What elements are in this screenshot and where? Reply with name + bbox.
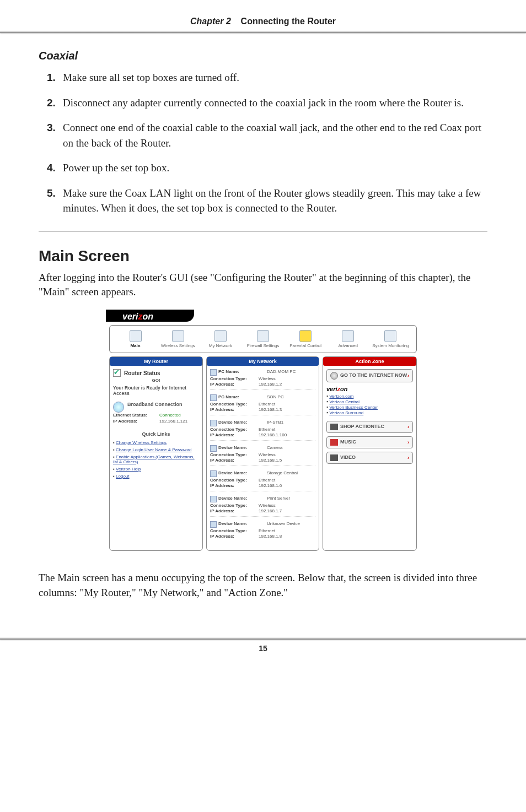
wireless-icon bbox=[172, 330, 184, 342]
device-conn-type: Ethernet bbox=[259, 402, 315, 407]
nav-advanced[interactable]: Advanced bbox=[327, 329, 369, 349]
device-icon bbox=[210, 521, 217, 528]
device-entry: PC Name:SON PCConnection Type:EthernetIP… bbox=[210, 394, 315, 415]
device-icon bbox=[210, 470, 217, 477]
device-name: DAD-MOM PC bbox=[267, 369, 315, 376]
top-nav: Main Wireless Settings My Network Firewa… bbox=[109, 325, 417, 353]
chapter-title: Connecting the Router bbox=[241, 17, 336, 26]
my-router-header: My Router bbox=[110, 357, 202, 366]
nav-monitoring[interactable]: System Monitoring bbox=[369, 329, 412, 349]
coaxial-steps: Make sure all set top boxes are turned o… bbox=[39, 70, 487, 216]
chevron-right-icon: › bbox=[407, 440, 409, 445]
nav-firewall[interactable]: Firewall Settings bbox=[241, 329, 284, 349]
device-conn-type: Ethernet bbox=[259, 427, 315, 432]
device-ip: 192.168.1.8 bbox=[259, 534, 315, 539]
ready-text: Your Router is Ready for Internet Access bbox=[113, 385, 199, 396]
quick-links-heading: Quick Links bbox=[113, 431, 199, 437]
chevron-right-icon: › bbox=[407, 373, 409, 378]
firewall-icon bbox=[257, 330, 269, 342]
device-name: Print Server bbox=[267, 496, 315, 502]
my-network-header: My Network bbox=[207, 357, 319, 366]
ql-login[interactable]: Change Login User Name & Password bbox=[113, 447, 199, 452]
router-main-screenshot: verizon Main Wireless Settings My Networ… bbox=[106, 310, 420, 554]
step-4: Power up the set top box. bbox=[58, 160, 487, 176]
device-name: SON PC bbox=[267, 394, 315, 401]
section-divider bbox=[39, 231, 487, 232]
page-number: 15 bbox=[0, 640, 526, 669]
device-ip: 192.168.1.5 bbox=[259, 458, 315, 463]
action-zone-header: Action Zone bbox=[323, 357, 416, 366]
verizon-logo: verizon bbox=[106, 310, 194, 322]
chevron-right-icon: › bbox=[407, 424, 409, 430]
vz-link-com[interactable]: Verizon.com bbox=[326, 393, 413, 399]
device-icon bbox=[210, 496, 217, 502]
device-conn-type: Ethernet bbox=[259, 478, 315, 483]
coaxial-heading: Coaxial bbox=[39, 50, 487, 62]
check-icon bbox=[113, 369, 121, 377]
nav-main[interactable]: Main bbox=[114, 329, 157, 349]
device-icon bbox=[210, 420, 217, 426]
device-entry: PC Name:DAD-MOM PCConnection Type:Wirele… bbox=[210, 369, 315, 390]
my-network-column: My Network PC Name:DAD-MOM PCConnection … bbox=[206, 356, 319, 551]
router-status-label: Router Status bbox=[124, 370, 160, 376]
device-entry: Device Name:IP-STB1Connection Type:Ether… bbox=[210, 420, 315, 441]
ql-wireless[interactable]: Change Wireless Settings bbox=[113, 440, 199, 445]
lock-icon bbox=[299, 330, 312, 342]
globe-icon bbox=[330, 372, 338, 380]
nav-mynetwork[interactable]: My Network bbox=[199, 329, 241, 349]
device-ip: 192.168.1.7 bbox=[259, 508, 315, 513]
main-screen-outro: The Main screen has a menu occupying the… bbox=[39, 571, 487, 600]
ql-help[interactable]: Verizon Help bbox=[113, 467, 199, 472]
device-ip: 192.168.1.6 bbox=[259, 483, 315, 488]
vz-link-central[interactable]: Verizon Central bbox=[326, 399, 413, 404]
device-entry: Device Name:Print ServerConnection Type:… bbox=[210, 496, 315, 517]
main-screen-intro: After logging into the Router's GUI (see… bbox=[39, 270, 487, 300]
device-name: Storage Central bbox=[267, 470, 315, 477]
device-conn-type: Ethernet bbox=[259, 528, 315, 533]
vz-link-business[interactable]: Verizon Business Center bbox=[326, 404, 413, 410]
go-internet-button[interactable]: GO TO THE INTERNET NOW› bbox=[326, 369, 413, 382]
vz-link-surround[interactable]: Verizon Surround bbox=[326, 410, 413, 415]
eth-status-label: Ethernet Status: bbox=[113, 413, 159, 418]
device-name: IP-STB1 bbox=[267, 420, 315, 426]
verizon-small-logo: verizon bbox=[326, 386, 413, 392]
nav-parental[interactable]: Parental Control bbox=[285, 329, 327, 349]
ql-logout[interactable]: Logout bbox=[113, 474, 199, 479]
step-5: Make sure the Coax LAN light on the fron… bbox=[58, 186, 487, 216]
step-2: Disconnect any adapter currently connect… bbox=[58, 95, 487, 111]
chevron-right-icon: › bbox=[407, 455, 409, 461]
eth-status-value: Connected bbox=[159, 413, 181, 418]
monitoring-icon bbox=[384, 330, 396, 342]
main-icon bbox=[130, 330, 142, 342]
device-icon bbox=[210, 394, 217, 401]
nav-wireless[interactable]: Wireless Settings bbox=[157, 329, 199, 349]
device-name: Camera bbox=[267, 445, 315, 452]
device-name: Unknown Device bbox=[267, 521, 315, 528]
broadband-icon bbox=[113, 402, 124, 413]
step-1: Make sure all set top boxes are turned o… bbox=[58, 70, 487, 85]
cart-icon bbox=[330, 424, 338, 430]
go-label[interactable]: GO! bbox=[113, 378, 199, 383]
ql-apps[interactable]: Enable Applications (Games, Webcams, IM … bbox=[113, 454, 199, 464]
device-ip: 192.168.1.3 bbox=[259, 407, 315, 412]
device-ip: 192.168.1.2 bbox=[259, 382, 315, 387]
broadband-label: Broadband Connection bbox=[113, 402, 199, 407]
page-header: Chapter 2 Connecting the Router bbox=[0, 0, 526, 31]
step-3: Connect one end of the coaxial cable to … bbox=[58, 120, 487, 150]
device-entry: Device Name:Storage CentralConnection Ty… bbox=[210, 470, 315, 491]
device-entry: Device Name:Unknown DeviceConnection Typ… bbox=[210, 521, 315, 542]
device-conn-type: Wireless bbox=[259, 452, 315, 457]
my-router-column: My Router Router Status GO! Your Router … bbox=[109, 356, 203, 551]
shop-button[interactable]: SHOP ACTIONTEC› bbox=[326, 421, 413, 433]
music-button[interactable]: MUSIC› bbox=[326, 436, 413, 448]
video-icon bbox=[330, 454, 338, 461]
advanced-icon bbox=[342, 330, 354, 342]
device-entry: Device Name:CameraConnection Type:Wirele… bbox=[210, 445, 315, 466]
network-icon bbox=[214, 330, 227, 342]
device-conn-type: Wireless bbox=[259, 503, 315, 508]
main-screen-heading: Main Screen bbox=[39, 247, 487, 265]
video-button[interactable]: VIDEO› bbox=[326, 452, 413, 464]
music-icon bbox=[330, 439, 338, 446]
ip-label: IP Address: bbox=[113, 419, 159, 424]
ip-value: 192.168.1.121 bbox=[159, 419, 187, 424]
